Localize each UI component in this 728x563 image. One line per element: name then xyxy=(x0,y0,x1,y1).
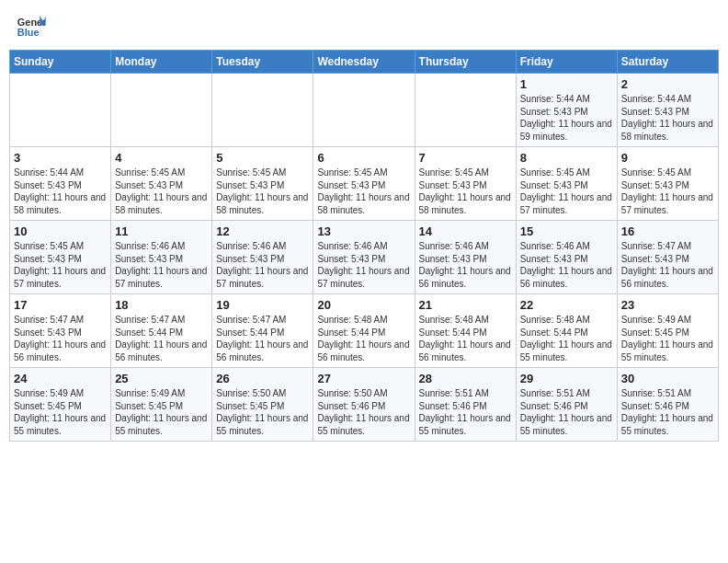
calendar-cell: 1Sunrise: 5:44 AM Sunset: 5:43 PM Daylig… xyxy=(516,74,617,147)
day-number: 20 xyxy=(317,298,410,312)
day-number: 25 xyxy=(115,372,208,385)
day-number: 2 xyxy=(621,77,714,91)
weekday-header-friday: Friday xyxy=(516,51,617,74)
calendar-cell: 5Sunrise: 5:45 AM Sunset: 5:43 PM Daylig… xyxy=(212,147,313,221)
day-number: 11 xyxy=(115,224,208,238)
day-number: 3 xyxy=(14,151,107,165)
day-number: 1 xyxy=(520,77,613,91)
calendar-cell: 11Sunrise: 5:46 AM Sunset: 5:43 PM Dayli… xyxy=(111,221,212,294)
day-number: 6 xyxy=(317,151,410,165)
day-info: Sunrise: 5:45 AM Sunset: 5:43 PM Dayligh… xyxy=(317,167,410,216)
weekday-header-tuesday: Tuesday xyxy=(212,51,313,74)
day-info: Sunrise: 5:49 AM Sunset: 5:45 PM Dayligh… xyxy=(115,387,208,437)
calendar-cell xyxy=(313,74,415,147)
day-info: Sunrise: 5:45 AM Sunset: 5:43 PM Dayligh… xyxy=(115,167,208,216)
logo-icon: General Blue xyxy=(17,13,46,42)
calendar-wrap: SundayMondayTuesdayWednesdayThursdayFrid… xyxy=(0,50,728,563)
day-number: 5 xyxy=(216,151,309,165)
day-info: Sunrise: 5:46 AM Sunset: 5:43 PM Dayligh… xyxy=(419,240,512,290)
day-number: 12 xyxy=(216,224,309,238)
calendar-cell: 14Sunrise: 5:46 AM Sunset: 5:43 PM Dayli… xyxy=(415,221,516,294)
day-info: Sunrise: 5:44 AM Sunset: 5:43 PM Dayligh… xyxy=(520,93,613,143)
page: General Blue SundayMondayTuesdayWednesda… xyxy=(0,0,728,563)
calendar-cell: 16Sunrise: 5:47 AM Sunset: 5:43 PM Dayli… xyxy=(617,221,718,294)
day-info: Sunrise: 5:47 AM Sunset: 5:43 PM Dayligh… xyxy=(621,240,714,290)
day-number: 7 xyxy=(419,151,512,165)
logo: General Blue xyxy=(17,13,46,42)
day-number: 8 xyxy=(520,151,613,165)
day-info: Sunrise: 5:48 AM Sunset: 5:44 PM Dayligh… xyxy=(317,314,410,363)
day-info: Sunrise: 5:47 AM Sunset: 5:44 PM Dayligh… xyxy=(115,314,208,363)
calendar-cell: 3Sunrise: 5:44 AM Sunset: 5:43 PM Daylig… xyxy=(10,147,111,221)
calendar-cell xyxy=(415,74,516,147)
day-number: 13 xyxy=(317,224,410,238)
day-number: 24 xyxy=(14,372,107,385)
svg-text:Blue: Blue xyxy=(17,27,40,38)
week-row-1: 3Sunrise: 5:44 AM Sunset: 5:43 PM Daylig… xyxy=(10,147,719,221)
calendar-cell: 18Sunrise: 5:47 AM Sunset: 5:44 PM Dayli… xyxy=(111,294,212,368)
weekday-header-row: SundayMondayTuesdayWednesdayThursdayFrid… xyxy=(10,51,719,74)
weekday-header-thursday: Thursday xyxy=(415,51,516,74)
day-number: 21 xyxy=(419,298,512,312)
calendar-cell: 10Sunrise: 5:45 AM Sunset: 5:43 PM Dayli… xyxy=(10,221,111,294)
day-number: 10 xyxy=(14,224,107,238)
day-info: Sunrise: 5:45 AM Sunset: 5:43 PM Dayligh… xyxy=(520,167,613,216)
day-info: Sunrise: 5:51 AM Sunset: 5:46 PM Dayligh… xyxy=(621,387,714,437)
day-info: Sunrise: 5:45 AM Sunset: 5:43 PM Dayligh… xyxy=(216,167,309,216)
weekday-header-saturday: Saturday xyxy=(617,51,718,74)
week-row-4: 24Sunrise: 5:49 AM Sunset: 5:45 PM Dayli… xyxy=(10,368,719,442)
week-row-0: 1Sunrise: 5:44 AM Sunset: 5:43 PM Daylig… xyxy=(10,74,719,147)
day-number: 28 xyxy=(419,372,512,385)
day-number: 4 xyxy=(115,151,208,165)
day-info: Sunrise: 5:46 AM Sunset: 5:43 PM Dayligh… xyxy=(317,240,410,290)
day-info: Sunrise: 5:50 AM Sunset: 5:45 PM Dayligh… xyxy=(216,387,309,437)
day-info: Sunrise: 5:51 AM Sunset: 5:46 PM Dayligh… xyxy=(419,387,512,437)
day-number: 27 xyxy=(317,372,410,385)
day-info: Sunrise: 5:46 AM Sunset: 5:43 PM Dayligh… xyxy=(216,240,309,290)
day-info: Sunrise: 5:45 AM Sunset: 5:43 PM Dayligh… xyxy=(621,167,714,216)
calendar-cell: 22Sunrise: 5:48 AM Sunset: 5:44 PM Dayli… xyxy=(516,294,617,368)
week-row-2: 10Sunrise: 5:45 AM Sunset: 5:43 PM Dayli… xyxy=(10,221,719,294)
calendar-cell: 17Sunrise: 5:47 AM Sunset: 5:43 PM Dayli… xyxy=(10,294,111,368)
day-number: 23 xyxy=(621,298,714,312)
calendar-cell: 27Sunrise: 5:50 AM Sunset: 5:46 PM Dayli… xyxy=(313,368,415,442)
calendar-cell xyxy=(111,74,212,147)
calendar-cell: 28Sunrise: 5:51 AM Sunset: 5:46 PM Dayli… xyxy=(415,368,516,442)
calendar-cell: 7Sunrise: 5:45 AM Sunset: 5:43 PM Daylig… xyxy=(415,147,516,221)
calendar-table: SundayMondayTuesdayWednesdayThursdayFrid… xyxy=(9,50,719,442)
calendar-cell: 30Sunrise: 5:51 AM Sunset: 5:46 PM Dayli… xyxy=(617,368,718,442)
calendar-cell: 26Sunrise: 5:50 AM Sunset: 5:45 PM Dayli… xyxy=(212,368,313,442)
day-info: Sunrise: 5:50 AM Sunset: 5:46 PM Dayligh… xyxy=(317,387,410,437)
day-info: Sunrise: 5:51 AM Sunset: 5:46 PM Dayligh… xyxy=(520,387,613,437)
day-number: 26 xyxy=(216,372,309,385)
day-number: 17 xyxy=(14,298,107,312)
day-number: 9 xyxy=(621,151,714,165)
day-info: Sunrise: 5:45 AM Sunset: 5:43 PM Dayligh… xyxy=(419,167,512,216)
calendar-cell: 13Sunrise: 5:46 AM Sunset: 5:43 PM Dayli… xyxy=(313,221,415,294)
week-row-3: 17Sunrise: 5:47 AM Sunset: 5:43 PM Dayli… xyxy=(10,294,719,368)
day-number: 19 xyxy=(216,298,309,312)
calendar-cell: 9Sunrise: 5:45 AM Sunset: 5:43 PM Daylig… xyxy=(617,147,718,221)
day-number: 18 xyxy=(115,298,208,312)
calendar-cell xyxy=(10,74,111,147)
calendar-cell: 19Sunrise: 5:47 AM Sunset: 5:44 PM Dayli… xyxy=(212,294,313,368)
day-info: Sunrise: 5:47 AM Sunset: 5:44 PM Dayligh… xyxy=(216,314,309,363)
calendar-cell: 24Sunrise: 5:49 AM Sunset: 5:45 PM Dayli… xyxy=(10,368,111,442)
day-info: Sunrise: 5:48 AM Sunset: 5:44 PM Dayligh… xyxy=(419,314,512,363)
weekday-header-wednesday: Wednesday xyxy=(313,51,415,74)
calendar-cell: 25Sunrise: 5:49 AM Sunset: 5:45 PM Dayli… xyxy=(111,368,212,442)
day-info: Sunrise: 5:49 AM Sunset: 5:45 PM Dayligh… xyxy=(14,387,107,437)
day-info: Sunrise: 5:49 AM Sunset: 5:45 PM Dayligh… xyxy=(621,314,714,363)
calendar-body: 1Sunrise: 5:44 AM Sunset: 5:43 PM Daylig… xyxy=(10,74,719,442)
day-info: Sunrise: 5:46 AM Sunset: 5:43 PM Dayligh… xyxy=(520,240,613,290)
day-info: Sunrise: 5:47 AM Sunset: 5:43 PM Dayligh… xyxy=(14,314,107,363)
day-info: Sunrise: 5:48 AM Sunset: 5:44 PM Dayligh… xyxy=(520,314,613,363)
calendar-cell: 29Sunrise: 5:51 AM Sunset: 5:46 PM Dayli… xyxy=(516,368,617,442)
day-info: Sunrise: 5:44 AM Sunset: 5:43 PM Dayligh… xyxy=(621,93,714,143)
calendar-cell: 20Sunrise: 5:48 AM Sunset: 5:44 PM Dayli… xyxy=(313,294,415,368)
day-number: 16 xyxy=(621,224,714,238)
day-number: 22 xyxy=(520,298,613,312)
day-info: Sunrise: 5:46 AM Sunset: 5:43 PM Dayligh… xyxy=(115,240,208,290)
day-info: Sunrise: 5:45 AM Sunset: 5:43 PM Dayligh… xyxy=(14,240,107,290)
calendar-cell: 6Sunrise: 5:45 AM Sunset: 5:43 PM Daylig… xyxy=(313,147,415,221)
